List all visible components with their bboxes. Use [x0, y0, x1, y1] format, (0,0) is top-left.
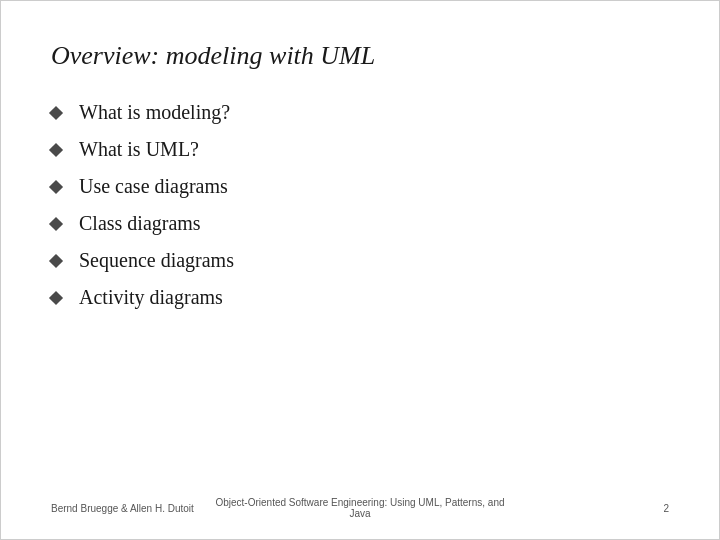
slide-title: Overview: modeling with UML	[51, 41, 669, 71]
bullet-text: Use case diagrams	[79, 175, 228, 198]
bullet-item: Activity diagrams	[51, 286, 669, 309]
bullet-text: What is UML?	[79, 138, 199, 161]
slide: Overview: modeling with UML What is mode…	[0, 0, 720, 540]
bullet-diamond-icon	[49, 106, 63, 120]
bullet-diamond-icon	[49, 217, 63, 231]
bullet-text: Sequence diagrams	[79, 249, 234, 272]
bullet-diamond-icon	[49, 254, 63, 268]
footer-left: Bernd Bruegge & Allen H. Dutoit	[51, 503, 206, 514]
bullet-text: Class diagrams	[79, 212, 201, 235]
bullet-text: Activity diagrams	[79, 286, 223, 309]
bullet-item: Use case diagrams	[51, 175, 669, 198]
bullet-item: What is UML?	[51, 138, 669, 161]
bullet-list: What is modeling?What is UML?Use case di…	[51, 101, 669, 309]
footer-right: 2	[515, 503, 670, 514]
bullet-text: What is modeling?	[79, 101, 230, 124]
bullet-diamond-icon	[49, 291, 63, 305]
bullet-diamond-icon	[49, 180, 63, 194]
bullet-item: Sequence diagrams	[51, 249, 669, 272]
bullet-item: What is modeling?	[51, 101, 669, 124]
bullet-item: Class diagrams	[51, 212, 669, 235]
footer-center: Object-Oriented Software Engineering: Us…	[206, 497, 515, 519]
bullet-diamond-icon	[49, 143, 63, 157]
slide-footer: Bernd Bruegge & Allen H. Dutoit Object-O…	[51, 497, 669, 519]
